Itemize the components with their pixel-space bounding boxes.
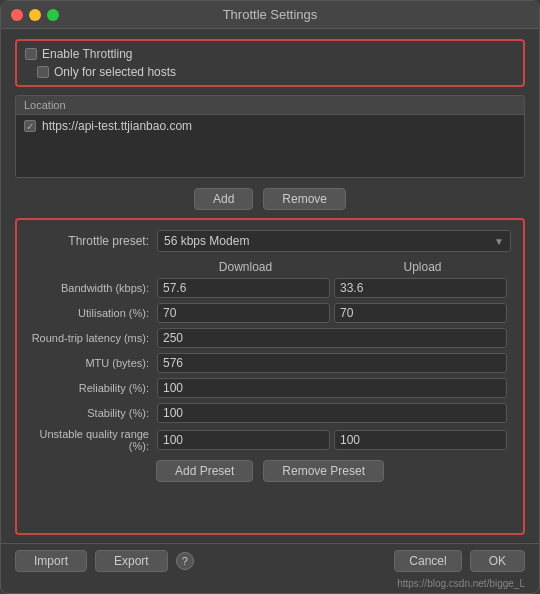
location-empty-space xyxy=(16,137,524,177)
utilisation-label: Utilisation (%): xyxy=(29,307,157,319)
stability-label: Stability (%): xyxy=(29,407,157,419)
cancel-button[interactable]: Cancel xyxy=(394,550,461,572)
unstable-label: Unstable quality range (%): xyxy=(29,428,157,452)
location-btn-row: Add Remove xyxy=(15,188,525,210)
remove-preset-button[interactable]: Remove Preset xyxy=(263,460,384,482)
mtu-input[interactable] xyxy=(157,353,507,373)
window-title: Throttle Settings xyxy=(223,7,318,22)
bandwidth-upload-input[interactable] xyxy=(334,278,507,298)
location-checkbox[interactable]: ✓ xyxy=(24,120,36,132)
du-header: Download Upload xyxy=(29,260,511,274)
selected-hosts-row: Only for selected hosts xyxy=(25,65,515,79)
remove-button[interactable]: Remove xyxy=(263,188,346,210)
traffic-lights xyxy=(11,9,59,21)
reliability-row: Reliability (%): xyxy=(29,378,511,398)
location-header: Location xyxy=(16,96,524,115)
content: Enable Throttling Only for selected host… xyxy=(1,29,539,543)
preset-value: 56 kbps Modem xyxy=(164,234,249,248)
download-header: Download xyxy=(157,260,334,274)
preset-btn-row: Add Preset Remove Preset xyxy=(29,460,511,482)
throttle-section: Enable Throttling Only for selected host… xyxy=(15,39,525,87)
latency-label: Round-trip latency (ms): xyxy=(29,332,157,344)
maximize-button[interactable] xyxy=(47,9,59,21)
add-button[interactable]: Add xyxy=(194,188,253,210)
preset-label: Throttle preset: xyxy=(29,234,149,248)
enable-throttling-label: Enable Throttling xyxy=(42,47,133,61)
throttle-preset-row: Throttle preset: 56 kbps Modem ▼ xyxy=(29,230,511,252)
bandwidth-row: Bandwidth (kbps): xyxy=(29,278,511,298)
location-url: https://api-test.ttjianbao.com xyxy=(42,119,192,133)
latency-row: Round-trip latency (ms): xyxy=(29,328,511,348)
utilisation-row: Utilisation (%): xyxy=(29,303,511,323)
ok-button[interactable]: OK xyxy=(470,550,525,572)
export-button[interactable]: Export xyxy=(95,550,168,572)
unstable-val2-input[interactable] xyxy=(334,430,507,450)
latency-input[interactable] xyxy=(157,328,507,348)
bottom-bar: Import Export ? Cancel OK xyxy=(1,543,539,578)
chevron-down-icon: ▼ xyxy=(494,236,504,247)
selected-hosts-label: Only for selected hosts xyxy=(54,65,176,79)
reliability-label: Reliability (%): xyxy=(29,382,157,394)
location-row[interactable]: ✓ https://api-test.ttjianbao.com xyxy=(16,115,524,137)
minimize-button[interactable] xyxy=(29,9,41,21)
mtu-label: MTU (bytes): xyxy=(29,357,157,369)
bandwidth-label: Bandwidth (kbps): xyxy=(29,282,157,294)
reliability-input[interactable] xyxy=(157,378,507,398)
stability-input[interactable] xyxy=(157,403,507,423)
watermark: https://blog.csdn.net/bigge_L xyxy=(1,578,539,593)
mtu-row: MTU (bytes): xyxy=(29,353,511,373)
titlebar: Throttle Settings xyxy=(1,1,539,29)
help-button[interactable]: ? xyxy=(176,552,194,570)
utilisation-upload-input[interactable] xyxy=(334,303,507,323)
close-button[interactable] xyxy=(11,9,23,21)
stability-row: Stability (%): xyxy=(29,403,511,423)
enable-throttling-checkbox[interactable] xyxy=(25,48,37,60)
selected-hosts-checkbox[interactable] xyxy=(37,66,49,78)
add-preset-button[interactable]: Add Preset xyxy=(156,460,253,482)
window: Throttle Settings Enable Throttling Only… xyxy=(0,0,540,594)
utilisation-download-input[interactable] xyxy=(157,303,330,323)
upload-header: Upload xyxy=(334,260,511,274)
import-button[interactable]: Import xyxy=(15,550,87,572)
location-section: Location ✓ https://api-test.ttjianbao.co… xyxy=(15,95,525,178)
bandwidth-download-input[interactable] xyxy=(157,278,330,298)
unstable-row: Unstable quality range (%): xyxy=(29,428,511,452)
preset-select[interactable]: 56 kbps Modem ▼ xyxy=(157,230,511,252)
preset-section: Throttle preset: 56 kbps Modem ▼ Downloa… xyxy=(15,218,525,535)
unstable-val1-input[interactable] xyxy=(157,430,330,450)
bottom-right: Cancel OK xyxy=(394,550,525,572)
enable-throttling-row: Enable Throttling xyxy=(25,47,515,61)
